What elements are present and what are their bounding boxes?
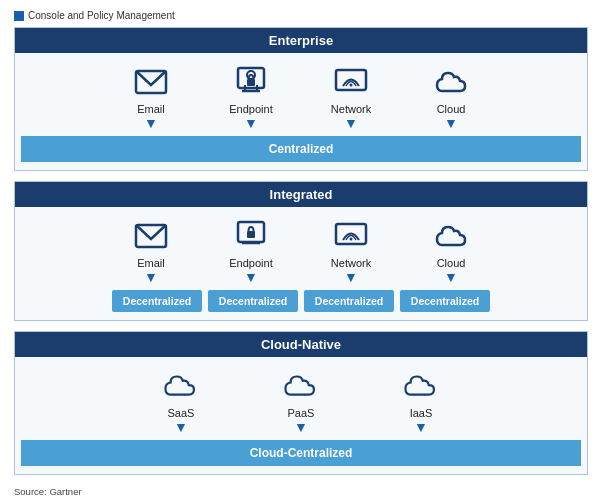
integrated-cloud-item: Cloud ▼ [401, 217, 501, 284]
svg-rect-9 [247, 231, 255, 238]
saas-cloud-icon [162, 367, 200, 405]
page-wrapper: Console and Policy Management Enterprise… [0, 0, 602, 500]
cloud-centralized-bar: Cloud-Centralized [21, 440, 581, 466]
integrated-network-label: Network [331, 257, 371, 269]
iaas-item: IaaS ▼ [361, 367, 481, 434]
footer: Source: Gartner Note: PaaS = platform as… [14, 485, 588, 500]
legend-box [14, 11, 24, 21]
paas-chevron: ▼ [294, 420, 308, 434]
enterprise-email-label: Email [137, 103, 165, 115]
decentral-btn-2: Decentralized [208, 290, 298, 312]
integrated-endpoint-item: Endpoint ▼ [201, 217, 301, 284]
integrated-section: Integrated Email ▼ [14, 181, 588, 321]
enterprise-cloud-chevron: ▼ [444, 116, 458, 130]
integrated-cloud-chevron: ▼ [444, 270, 458, 284]
enterprise-bar: Centralized [21, 136, 581, 162]
network-icon [332, 63, 370, 101]
cloud-native-content: SaaS ▼ PaaS ▼ [15, 357, 587, 474]
email-icon [132, 63, 170, 101]
saas-item: SaaS ▼ [121, 367, 241, 434]
svg-point-6 [350, 84, 353, 87]
enterprise-icon-row: Email ▼ [21, 63, 581, 130]
enterprise-content: Email ▼ [15, 53, 587, 170]
endpoint-icon [232, 63, 270, 101]
integrated-email-item: Email ▼ [101, 217, 201, 284]
enterprise-endpoint-label: Endpoint [229, 103, 272, 115]
iaas-chevron: ▼ [414, 420, 428, 434]
endpoint-icon-integrated [232, 217, 270, 255]
integrated-cloud-label: Cloud [437, 257, 466, 269]
email-icon-integrated [132, 217, 170, 255]
cloud-icon-integrated [432, 217, 470, 255]
enterprise-endpoint-item: Endpoint ▼ [201, 63, 301, 130]
iaas-cloud-icon [402, 367, 440, 405]
decentral-btn-3: Decentralized [304, 290, 394, 312]
integrated-icon-row: Email ▼ Endpoint ▼ [21, 217, 581, 284]
legend: Console and Policy Management [14, 10, 588, 21]
integrated-content: Email ▼ Endpoint ▼ [15, 207, 587, 320]
svg-rect-4 [247, 79, 255, 86]
iaas-label: IaaS [410, 407, 433, 419]
enterprise-network-chevron: ▼ [344, 116, 358, 130]
enterprise-section: Enterprise Email ▼ [14, 27, 588, 171]
enterprise-network-item: Network ▼ [301, 63, 401, 130]
integrated-header: Integrated [15, 182, 587, 207]
footer-source: Source: Gartner [14, 485, 588, 499]
decentral-btn-1: Decentralized [112, 290, 202, 312]
paas-cloud-icon [282, 367, 320, 405]
integrated-email-label: Email [137, 257, 165, 269]
decentral-btn-4: Decentralized [400, 290, 490, 312]
integrated-endpoint-chevron: ▼ [244, 270, 258, 284]
cloud-icon-enterprise [432, 63, 470, 101]
enterprise-network-label: Network [331, 103, 371, 115]
integrated-endpoint-label: Endpoint [229, 257, 272, 269]
integrated-email-chevron: ▼ [144, 270, 158, 284]
enterprise-header: Enterprise [15, 28, 587, 53]
paas-item: PaaS ▼ [241, 367, 361, 434]
svg-point-12 [350, 238, 353, 241]
decentral-row: Decentralized Decentralized Decentralize… [21, 290, 581, 312]
saas-label: SaaS [168, 407, 195, 419]
integrated-network-item: Network ▼ [301, 217, 401, 284]
enterprise-cloud-label: Cloud [437, 103, 466, 115]
network-icon-integrated [332, 217, 370, 255]
integrated-network-chevron: ▼ [344, 270, 358, 284]
enterprise-cloud-item: Cloud ▼ [401, 63, 501, 130]
cloud-native-icon-row: SaaS ▼ PaaS ▼ [21, 367, 581, 434]
enterprise-email-item: Email ▼ [101, 63, 201, 130]
saas-chevron: ▼ [174, 420, 188, 434]
cloud-native-header: Cloud-Native [15, 332, 587, 357]
enterprise-endpoint-chevron: ▼ [244, 116, 258, 130]
cloud-native-section: Cloud-Native SaaS ▼ [14, 331, 588, 475]
paas-label: PaaS [288, 407, 315, 419]
enterprise-email-chevron: ▼ [144, 116, 158, 130]
legend-label: Console and Policy Management [28, 10, 175, 21]
